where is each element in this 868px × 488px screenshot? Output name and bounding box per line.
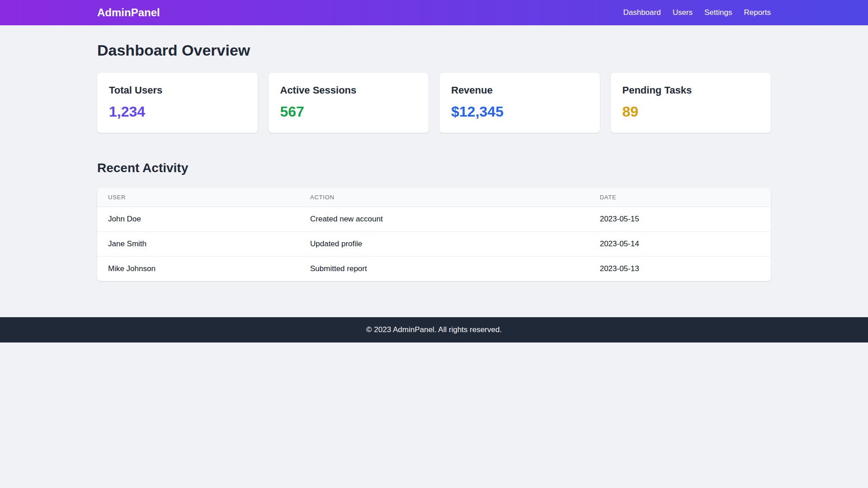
- column-header-user: USER: [97, 188, 299, 207]
- nav-link-reports[interactable]: Reports: [744, 8, 771, 17]
- stat-label-revenue: Revenue: [451, 84, 588, 96]
- top-navbar: AdminPanel Dashboard Users Settings Repo…: [0, 0, 868, 25]
- stat-value-total-users: 1,234: [109, 103, 246, 120]
- stat-label-pending-tasks: Pending Tasks: [623, 84, 760, 96]
- cell-action: Submitted report: [299, 257, 589, 282]
- nav-link-users[interactable]: Users: [673, 8, 693, 17]
- nav-link-settings[interactable]: Settings: [704, 8, 732, 17]
- column-header-action: ACTION: [299, 188, 589, 207]
- activity-table-card: USER ACTION DATE John Doe Created new ac…: [97, 188, 771, 281]
- main-nav: Dashboard Users Settings Reports: [623, 8, 771, 17]
- stat-value-active-sessions: 567: [280, 103, 417, 120]
- cell-user: John Doe: [97, 207, 299, 232]
- table-row: Jane Smith Updated profile 2023-05-14: [97, 232, 771, 257]
- cell-action: Created new account: [299, 207, 589, 232]
- cell-user: Jane Smith: [97, 232, 299, 257]
- cell-date: 2023-05-14: [589, 232, 771, 257]
- stats-grid: Total Users 1,234 Active Sessions 567 Re…: [97, 73, 771, 133]
- stat-value-revenue: $12,345: [451, 103, 588, 120]
- cell-action: Updated profile: [299, 232, 589, 257]
- stat-label-active-sessions: Active Sessions: [280, 84, 417, 96]
- page-title: Dashboard Overview: [97, 42, 771, 59]
- stat-card-active-sessions: Active Sessions 567: [269, 73, 429, 133]
- stat-card-revenue: Revenue $12,345: [439, 73, 600, 133]
- footer-text: © 2023 AdminPanel. All rights reserved.: [0, 325, 868, 334]
- stat-label-total-users: Total Users: [109, 84, 246, 96]
- cell-date: 2023-05-13: [589, 257, 771, 282]
- activity-table-header: USER ACTION DATE: [97, 188, 771, 207]
- section-title-recent-activity: Recent Activity: [97, 161, 771, 175]
- cell-user: Mike Johnson: [97, 257, 299, 282]
- brand-logo[interactable]: AdminPanel: [97, 6, 160, 19]
- stat-card-pending-tasks: Pending Tasks 89: [611, 73, 771, 133]
- main-content: Dashboard Overview Total Users 1,234 Act…: [97, 42, 771, 281]
- stat-card-total-users: Total Users 1,234: [97, 73, 258, 133]
- table-row: John Doe Created new account 2023-05-15: [97, 207, 771, 232]
- nav-link-dashboard[interactable]: Dashboard: [623, 8, 660, 17]
- cell-date: 2023-05-15: [589, 207, 771, 232]
- activity-table: USER ACTION DATE John Doe Created new ac…: [97, 188, 771, 281]
- stat-value-pending-tasks: 89: [623, 103, 760, 120]
- table-row: Mike Johnson Submitted report 2023-05-13: [97, 257, 771, 282]
- page-footer: © 2023 AdminPanel. All rights reserved.: [0, 317, 868, 343]
- column-header-date: DATE: [589, 188, 771, 207]
